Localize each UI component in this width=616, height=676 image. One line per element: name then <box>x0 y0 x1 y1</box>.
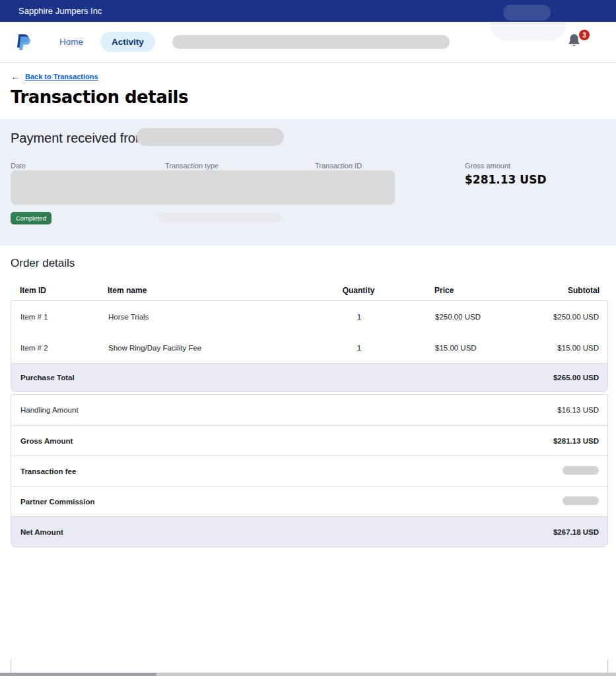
payment-title: Payment received from <box>11 131 147 146</box>
net-amount-label: Net Amount <box>11 528 326 536</box>
gross-amount-row: Gross Amount $281.13 USD <box>11 425 607 456</box>
transaction-values-redacted <box>11 170 395 205</box>
transaction-fee-value-redacted <box>537 466 607 476</box>
item-name: Horse Trials <box>108 313 326 321</box>
net-amount-value: $267.18 USD <box>537 528 607 536</box>
col-header-item-id: Item ID <box>11 286 108 295</box>
col-header-item-name: Item name <box>108 286 325 295</box>
handling-amount-value: $16.13 USD <box>537 406 607 414</box>
partner-commission-row: Partner Commission <box>11 486 607 516</box>
paypal-logo-icon[interactable] <box>16 34 30 51</box>
back-to-transactions-link[interactable]: Back to Transactions <box>25 73 98 81</box>
search-bar-redacted[interactable] <box>172 35 450 49</box>
transaction-type-label: Transaction type <box>165 162 219 170</box>
back-arrow-icon[interactable]: ← <box>11 71 20 81</box>
handling-amount-label: Handling Amount <box>11 406 326 414</box>
transaction-id-label: Transaction ID <box>315 162 362 170</box>
gross-amount-label: Gross amount <box>465 162 510 170</box>
col-header-subtotal: Subtotal <box>537 286 608 295</box>
table-header-row: Item ID Item name Quantity Price Subtota… <box>11 280 608 300</box>
notifications-button[interactable]: 3 <box>568 33 585 53</box>
payment-detail-redacted <box>158 213 282 222</box>
footer-divider-left <box>11 659 11 673</box>
partner-commission-value-redacted <box>537 496 607 506</box>
item-id: Item # 2 <box>11 344 108 352</box>
footer-divider-right <box>607 659 608 673</box>
col-header-quantity: Quantity <box>325 286 392 295</box>
totals-box: Handling Amount $16.13 USD Gross Amount … <box>11 394 608 547</box>
item-name: Show Ring/Day Facility Fee <box>108 344 326 352</box>
col-header-price: Price <box>392 286 537 295</box>
business-name: Sapphire Jumpers Inc <box>18 6 102 16</box>
table-row-item-2: Item # 2 Show Ring/Day Facility Fee 1 $1… <box>11 332 607 363</box>
profile-redacted-area <box>490 22 566 42</box>
item-quantity: 1 <box>326 344 392 352</box>
item-quantity: 1 <box>326 313 392 321</box>
topbar-redacted-item <box>503 5 551 20</box>
gross-amount-row-value: $281.13 USD <box>537 437 607 445</box>
net-amount-row: Net Amount $267.18 USD <box>11 516 607 547</box>
gross-amount-value: $281.13 USD <box>465 173 547 186</box>
items-box: Item # 1 Horse Trials 1 $250.00 USD $250… <box>11 300 608 392</box>
redaction-pill <box>563 496 599 505</box>
order-details-table: Item ID Item name Quantity Price Subtota… <box>11 280 608 547</box>
business-header-bar: Sapphire Jumpers Inc <box>0 0 616 22</box>
gross-amount-row-label: Gross Amount <box>11 437 326 445</box>
bottom-scrollbar-track[interactable] <box>156 673 616 676</box>
back-row: ← Back to Transactions <box>11 71 616 81</box>
item-subtotal: $250.00 USD <box>537 313 607 321</box>
purchase-total-value: $265.00 USD <box>537 374 607 382</box>
table-row-item-1: Item # 1 Horse Trials 1 $250.00 USD $250… <box>11 301 607 332</box>
order-details-heading: Order details <box>11 257 75 270</box>
bottom-scrollbar-segment[interactable] <box>0 673 156 676</box>
nav-home-link[interactable]: Home <box>59 37 83 47</box>
payer-name-redacted <box>137 128 284 146</box>
item-price: $15.00 USD <box>392 344 537 352</box>
item-price: $250.00 USD <box>392 313 537 321</box>
status-badge: Completed <box>11 212 51 224</box>
partner-commission-label: Partner Commission <box>11 498 326 506</box>
purchase-total-label: Purchase Total <box>11 374 326 382</box>
handling-amount-row: Handling Amount $16.13 USD <box>11 395 607 425</box>
payment-summary-section: Payment received from Date Transaction t… <box>0 119 616 246</box>
purchase-total-row: Purchase Total $265.00 USD <box>11 363 607 391</box>
nav-activity-tab[interactable]: Activity <box>100 32 155 52</box>
item-subtotal: $15.00 USD <box>537 344 607 352</box>
transaction-fee-row: Transaction fee <box>11 456 607 486</box>
redaction-pill <box>563 466 599 475</box>
date-label: Date <box>11 162 26 170</box>
item-id: Item # 1 <box>11 313 108 321</box>
notification-badge: 3 <box>579 30 590 40</box>
main-navbar: Home Activity 3 <box>0 22 616 63</box>
transaction-fee-label: Transaction fee <box>11 467 326 475</box>
page-title: Transaction details <box>11 87 616 107</box>
